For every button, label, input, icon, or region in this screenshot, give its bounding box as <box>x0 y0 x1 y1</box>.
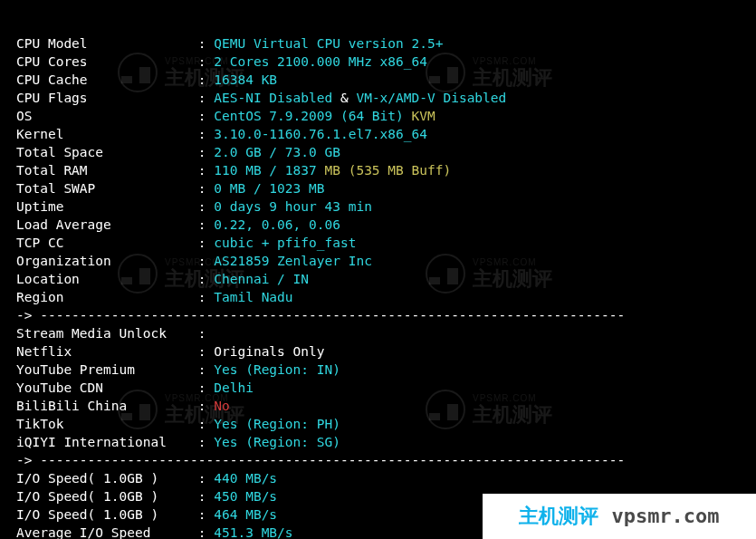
label-youtube-premium: YouTube Premium <box>16 362 198 377</box>
footer-banner: 主机测评 vpsmr.com <box>483 494 756 539</box>
value-region: Tamil Nadu <box>214 290 292 304</box>
label-total-swap: Total SWAP <box>16 181 198 196</box>
value-kernel: 3.10.0-1160.76.1.el7.x86_64 <box>214 127 427 141</box>
value-io-speed-1: 440 MB/s <box>214 471 277 486</box>
value-cpu-cache: 16384 KB <box>214 72 277 87</box>
label-bilibili-china: BiliBili China <box>16 399 198 413</box>
divider: -> -------------------------------------… <box>16 308 625 322</box>
label-io-speed-3: I/O Speed( 1.0GB ) <box>16 507 198 522</box>
value-total-ram-b: MB (535 MB Buff) <box>324 163 451 178</box>
label-total-ram: Total RAM <box>16 163 198 178</box>
value-total-swap: 0 MB / 1023 MB <box>214 181 324 196</box>
value-youtube-premium: Yes (Region: IN) <box>214 362 340 377</box>
label-youtube-cdn: YouTube CDN <box>16 380 198 395</box>
label-io-speed-1: I/O Speed( 1.0GB ) <box>16 471 198 486</box>
label-os: OS <box>16 109 198 123</box>
label-netflix: Netflix <box>16 344 198 359</box>
label-tiktok: TikTok <box>16 417 198 431</box>
value-iqiyi-intl: Yes (Region: SG) <box>214 435 340 449</box>
banner-en: vpsmr.com <box>611 507 719 525</box>
label-uptime: Uptime <box>16 199 198 214</box>
label-io-speed-2: I/O Speed( 1.0GB ) <box>16 489 198 504</box>
value-cpu-flags-a: AES-NI Disabled <box>214 91 332 105</box>
label-load-average: Load Average <box>16 217 198 232</box>
label-avg-io-speed: Average I/O Speed <box>16 525 198 539</box>
value-tcp-cc: cubic + pfifo_fast <box>214 236 356 250</box>
label-cpu-cores: CPU Cores <box>16 54 198 69</box>
value-tiktok: Yes (Region: PH) <box>214 417 340 431</box>
value-organization: AS21859 Zenlayer Inc <box>214 254 372 268</box>
terminal-output: CPU Model : QEMU Virtual CPU version 2.5… <box>0 0 756 539</box>
label-cpu-model: CPU Model <box>16 36 198 51</box>
value-os-virt: KVM <box>404 109 435 123</box>
value-total-ram-a: 110 MB / 1837 <box>214 163 324 178</box>
value-io-speed-2: 450 MB/s <box>214 489 277 504</box>
label-region: Region <box>16 290 198 304</box>
value-netflix: Originals Only <box>214 344 324 359</box>
value-os: CentOS 7.9.2009 (64 Bit) <box>214 109 404 123</box>
value-uptime: 0 days 9 hour 43 min <box>214 199 372 214</box>
label-stream-media-unlock: Stream Media Unlock <box>16 326 198 341</box>
label-total-space: Total Space <box>16 145 198 159</box>
value-cpu-cores: 2 Cores 2100.000 MHz x86_64 <box>214 54 427 69</box>
divider: -> -------------------------------------… <box>16 453 625 467</box>
banner-cn: 主机测评 <box>519 507 598 525</box>
label-location: Location <box>16 272 198 286</box>
value-load-average: 0.22, 0.06, 0.06 <box>214 217 340 232</box>
label-cpu-cache: CPU Cache <box>16 72 198 87</box>
label-kernel: Kernel <box>16 127 198 141</box>
value-location: Chennai / IN <box>214 272 309 286</box>
label-tcp-cc: TCP CC <box>16 236 198 250</box>
value-cpu-flags-b: VM-x/AMD-V Disabled <box>356 91 506 105</box>
value-bilibili-china: No <box>214 399 229 413</box>
value-youtube-cdn: Delhi <box>214 380 254 395</box>
value-io-speed-3: 464 MB/s <box>214 507 277 522</box>
label-organization: Organization <box>16 254 198 268</box>
value-avg-io-speed: 451.3 MB/s <box>214 525 292 539</box>
value-total-space: 2.0 GB / 73.0 GB <box>214 145 340 159</box>
value-cpu-model: QEMU Virtual CPU version 2.5+ <box>214 36 443 51</box>
label-cpu-flags: CPU Flags <box>16 91 198 105</box>
label-iqiyi-intl: iQIYI International <box>16 435 198 449</box>
